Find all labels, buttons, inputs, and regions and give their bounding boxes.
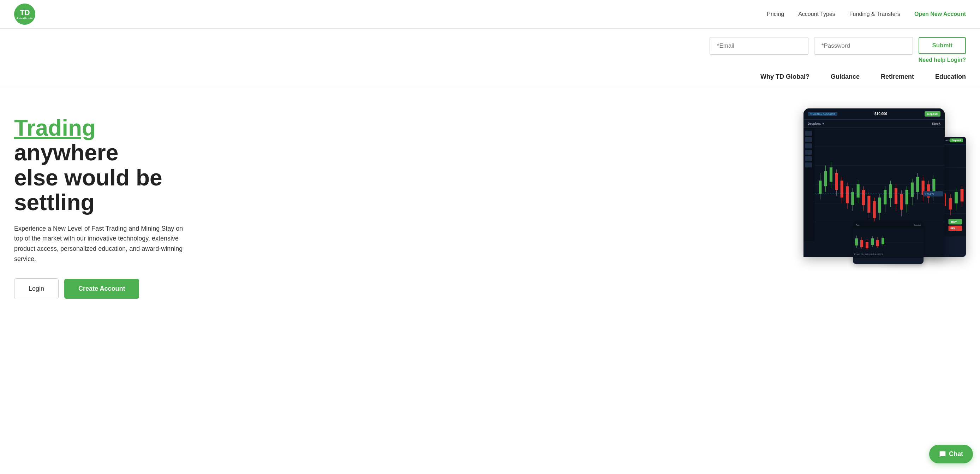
sidebar-icon-5 xyxy=(805,156,812,161)
svg-rect-36 xyxy=(900,194,903,210)
header: TD Ameritrade Pricing Account Types Fund… xyxy=(0,0,980,29)
svg-rect-32 xyxy=(889,184,892,198)
svg-rect-30 xyxy=(884,190,886,204)
svg-rect-78 xyxy=(955,192,958,203)
nav-education[interactable]: Education xyxy=(935,73,966,81)
nav-account-types[interactable]: Account Types xyxy=(798,11,835,17)
svg-rect-14 xyxy=(840,180,843,198)
svg-rect-8 xyxy=(824,171,827,187)
login-right: Submit Need help Login? xyxy=(919,37,966,63)
nav-guidance[interactable]: Guidance xyxy=(830,73,860,81)
svg-rect-22 xyxy=(862,190,865,205)
screen-sub-header: Dropbox ▼ Stock xyxy=(803,120,945,128)
nav-retirement[interactable]: Retirement xyxy=(881,73,914,81)
mobile-deposit-label: Deposit xyxy=(914,224,921,226)
hero-right: PRACTICE ACCOUNT $10,000 Deposit Dropbox… xyxy=(212,109,966,292)
mobile-chart: EVERY DAY, AROUND THE CLOCK xyxy=(853,228,924,258)
logo-sub-text: Ameritrade xyxy=(16,17,33,20)
chart-sidebar xyxy=(803,128,815,241)
practice-account-badge: PRACTICE ACCOUNT xyxy=(808,112,837,116)
hero-description: Experience a New Level of Fast Trading a… xyxy=(14,223,184,264)
svg-rect-91 xyxy=(865,242,869,248)
svg-rect-97 xyxy=(881,238,885,244)
svg-rect-76 xyxy=(949,198,952,210)
create-account-button[interactable]: Create Account xyxy=(64,279,139,299)
svg-rect-28 xyxy=(878,198,881,212)
logo[interactable]: TD Ameritrade xyxy=(14,3,35,25)
hero-title-highlight: Trading xyxy=(14,115,95,140)
svg-rect-89 xyxy=(860,240,863,247)
hero-left: Trading anywhereelse would besettling Ex… xyxy=(14,109,198,299)
hero-section: Trading anywhereelse would besettling Ex… xyxy=(0,87,980,313)
login-area: Submit Need help Login? xyxy=(0,29,980,67)
svg-rect-80 xyxy=(961,189,964,202)
logo-td-text: TD xyxy=(20,9,29,17)
sidebar-icon-4 xyxy=(805,150,812,155)
hero-buttons: Login Create Account xyxy=(14,278,198,299)
email-field[interactable] xyxy=(710,37,808,55)
svg-rect-20 xyxy=(857,184,860,198)
sidebar-icon-1 xyxy=(805,131,812,136)
nav-pricing[interactable]: Pricing xyxy=(767,11,784,17)
screen-main-header: PRACTICE ACCOUNT $10,000 Deposit xyxy=(803,109,945,120)
nav-open-new-account[interactable]: Open New Account xyxy=(914,11,966,17)
svg-rect-12 xyxy=(835,173,838,190)
svg-rect-95 xyxy=(876,240,879,246)
login-button[interactable]: Login xyxy=(14,278,59,299)
svg-rect-40 xyxy=(911,183,914,197)
svg-rect-87 xyxy=(855,238,858,246)
svg-rect-6 xyxy=(819,180,821,193)
hero-title-rest: anywhereelse would besettling xyxy=(14,140,162,215)
mobile-chart-svg: EVERY DAY, AROUND THE CLOCK xyxy=(853,228,924,257)
main-nav: Pricing Account Types Funding & Transfer… xyxy=(767,11,966,17)
sidebar-icon-3 xyxy=(805,144,812,148)
submit-button[interactable]: Submit xyxy=(919,37,966,54)
svg-rect-42 xyxy=(916,177,919,192)
nav-funding-transfers[interactable]: Funding & Transfers xyxy=(850,11,900,17)
hero-title: Trading anywhereelse would besettling xyxy=(14,115,198,215)
sidebar-icon-2 xyxy=(805,137,812,142)
secondary-nav: Why TD Global? Guidance Retirement Educa… xyxy=(0,67,980,87)
password-field[interactable] xyxy=(814,37,913,55)
dropbox-label: Dropbox ▼ xyxy=(808,122,825,125)
secondary-deposit-btn[interactable]: Deposit xyxy=(950,139,963,142)
mobile-app-label: App xyxy=(856,224,860,226)
svg-rect-38 xyxy=(905,190,908,204)
svg-rect-34 xyxy=(894,188,897,204)
td-logo-icon: TD Ameritrade xyxy=(14,3,35,25)
mobile-trading-screen: App Deposit xyxy=(853,222,924,264)
svg-text:EVERY DAY, AROUND THE CLOCK: EVERY DAY, AROUND THE CLOCK xyxy=(854,253,883,255)
deposit-button[interactable]: Deposit xyxy=(924,111,940,117)
balance-display: $10,000 xyxy=(875,112,887,116)
svg-text:SELL: SELL xyxy=(950,227,958,230)
mobile-top-bar: App Deposit xyxy=(853,222,924,228)
sidebar-icon-6 xyxy=(805,163,812,168)
stock-label: Stock xyxy=(932,122,940,125)
svg-rect-26 xyxy=(873,201,876,218)
trading-screens: PRACTICE ACCOUNT $10,000 Deposit Dropbox… xyxy=(212,109,966,292)
svg-rect-24 xyxy=(867,196,870,212)
need-help-login-link[interactable]: Need help Login? xyxy=(919,57,966,63)
svg-text:BUY: BUY xyxy=(951,220,957,223)
svg-rect-16 xyxy=(846,186,849,203)
svg-text:1,284.72: 1,284.72 xyxy=(924,193,934,196)
svg-rect-93 xyxy=(871,238,874,245)
nav-why-td[interactable]: Why TD Global? xyxy=(760,73,810,81)
svg-rect-10 xyxy=(830,168,832,182)
